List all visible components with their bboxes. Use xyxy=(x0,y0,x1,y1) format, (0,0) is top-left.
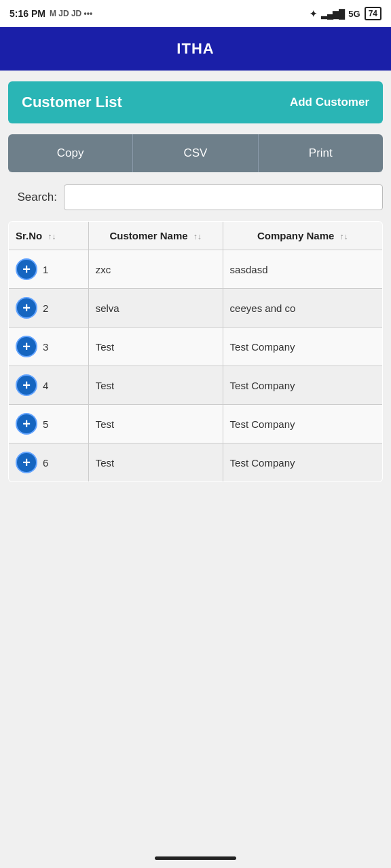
main-content: Customer List Add Customer Copy CSV Prin… xyxy=(0,71,391,493)
notifications: M JD JD ••• xyxy=(50,9,92,18)
row-number: 2 xyxy=(43,302,48,314)
csv-button[interactable]: CSV xyxy=(133,134,258,172)
th-srno: Sr.No ↑↓ xyxy=(9,222,89,250)
print-button[interactable]: Print xyxy=(259,134,383,172)
app-bar: ITHA xyxy=(0,27,391,71)
table-row: +4TestTest Company xyxy=(9,366,383,405)
row-expand-button[interactable]: + xyxy=(16,374,37,396)
table-header-row: Sr.No ↑↓ Customer Name ↑↓ Company Name ↑… xyxy=(9,222,383,250)
td-customer-name: zxc xyxy=(88,250,223,289)
row-number: 3 xyxy=(43,341,48,353)
time: 5:16 PM xyxy=(10,8,45,19)
table-row: +3TestTest Company xyxy=(9,328,383,366)
network-type: 5G xyxy=(348,9,360,19)
status-right: ✦ ▂▄▆█ 5G 74 xyxy=(310,7,381,20)
td-srno: +5 xyxy=(9,405,89,443)
table-row: +2selvaceeyes and co xyxy=(9,289,383,328)
td-srno: +1 xyxy=(9,250,89,289)
table-row: +6TestTest Company xyxy=(9,443,383,482)
table-row: +1zxcsasdasd xyxy=(9,250,383,289)
row-number: 1 xyxy=(43,264,48,275)
search-row: Search: xyxy=(8,184,383,210)
bottom-home-indicator xyxy=(155,856,236,860)
row-expand-button[interactable]: + xyxy=(16,258,37,280)
row-expand-button[interactable]: + xyxy=(16,452,37,473)
td-company-name: Test Company xyxy=(223,405,382,443)
customer-list-title: Customer List xyxy=(22,94,122,111)
copy-button[interactable]: Copy xyxy=(8,134,133,172)
td-customer-name: Test xyxy=(88,405,223,443)
row-expand-button[interactable]: + xyxy=(16,336,37,357)
td-customer-name: Test xyxy=(88,443,223,482)
th-company-name: Company Name ↑↓ xyxy=(223,222,382,250)
row-expand-button[interactable]: + xyxy=(16,297,37,319)
th-customer-name: Customer Name ↑↓ xyxy=(88,222,223,250)
battery-icon: 74 xyxy=(365,7,381,20)
td-srno: +2 xyxy=(9,289,89,328)
status-bar: 5:16 PM M JD JD ••• ✦ ▂▄▆█ 5G 74 xyxy=(0,0,391,27)
customer-table: Sr.No ↑↓ Customer Name ↑↓ Company Name ↑… xyxy=(8,221,383,482)
td-company-name: ceeyes and co xyxy=(223,289,382,328)
td-srno: +4 xyxy=(9,366,89,405)
signal-icon: ▂▄▆█ xyxy=(321,9,344,19)
customer-sort-icon[interactable]: ↑↓ xyxy=(193,232,202,241)
search-label: Search: xyxy=(8,191,57,204)
srno-sort-icon[interactable]: ↑↓ xyxy=(48,232,56,241)
status-left: 5:16 PM M JD JD ••• xyxy=(10,8,92,19)
row-number: 6 xyxy=(43,457,48,469)
td-customer-name: Test xyxy=(88,328,223,366)
td-company-name: Test Company xyxy=(223,328,382,366)
td-customer-name: Test xyxy=(88,366,223,405)
section-header: Customer List Add Customer xyxy=(8,81,383,123)
search-input[interactable] xyxy=(64,184,383,210)
td-srno: +6 xyxy=(9,443,89,482)
td-company-name: Test Company xyxy=(223,366,382,405)
td-srno: +3 xyxy=(9,328,89,366)
td-company-name: sasdasd xyxy=(223,250,382,289)
toolbar: Copy CSV Print xyxy=(8,134,383,172)
company-sort-icon[interactable]: ↑↓ xyxy=(340,232,348,241)
td-customer-name: selva xyxy=(88,289,223,328)
row-number: 5 xyxy=(43,418,48,430)
bluetooth-icon: ✦ xyxy=(310,9,317,19)
td-company-name: Test Company xyxy=(223,443,382,482)
add-customer-button[interactable]: Add Customer xyxy=(290,96,369,109)
row-number: 4 xyxy=(43,380,48,391)
app-title: ITHA xyxy=(176,40,214,58)
table-row: +5TestTest Company xyxy=(9,405,383,443)
row-expand-button[interactable]: + xyxy=(16,413,37,435)
